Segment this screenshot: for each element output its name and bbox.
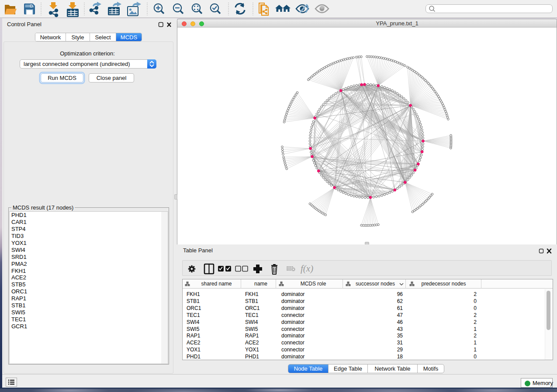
- svg-text:f(x): f(x): [301, 263, 313, 274]
